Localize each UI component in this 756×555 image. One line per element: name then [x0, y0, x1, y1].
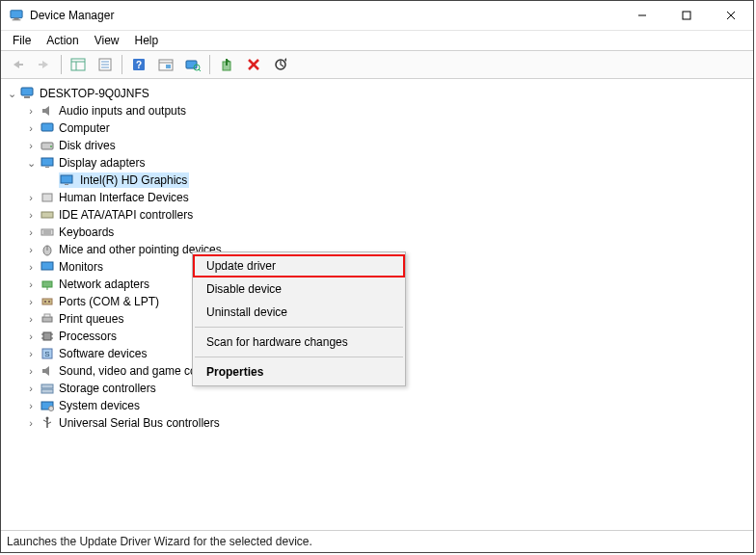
keyboard-icon: [40, 225, 55, 240]
chevron-right-icon[interactable]: ›: [24, 347, 38, 360]
tree-item[interactable]: › System devices: [24, 397, 749, 414]
svg-rect-40: [41, 229, 53, 235]
svg-rect-46: [42, 281, 52, 287]
svg-rect-1: [14, 18, 18, 20]
chevron-right-icon[interactable]: ›: [24, 382, 38, 395]
system-icon: [40, 398, 55, 413]
disk-icon: [40, 138, 55, 153]
scan-hardware-icon[interactable]: [180, 53, 205, 76]
chevron-right-icon[interactable]: ›: [24, 208, 38, 222]
mouse-icon: [40, 242, 55, 257]
chevron-right-icon[interactable]: ›: [24, 243, 38, 256]
tree-item[interactable]: › Audio inputs and outputs: [24, 102, 749, 119]
svg-rect-52: [44, 314, 50, 317]
tree-item[interactable]: › IDE ATA/ATAPI controllers: [24, 206, 749, 224]
ctx-update-driver[interactable]: Update driver: [193, 254, 405, 278]
chevron-right-icon[interactable]: ›: [24, 104, 38, 118]
audio-icon: [40, 103, 55, 119]
uninstall-device-icon[interactable]: [241, 53, 266, 76]
menu-help[interactable]: Help: [127, 32, 167, 49]
svg-text:S: S: [44, 350, 49, 358]
tree-item-display-adapters[interactable]: ⌄ Display adapters: [24, 154, 749, 172]
ctx-separator: [195, 327, 403, 328]
menubar: File Action View Help: [1, 31, 753, 50]
audio-icon: [40, 363, 55, 379]
toolbar-separator: [122, 55, 122, 74]
scan-changes-icon[interactable]: [268, 53, 293, 76]
svg-rect-48: [42, 299, 52, 304]
back-icon: [5, 53, 30, 76]
toolbar-separator: [209, 55, 210, 74]
window-title: Device Manager: [30, 9, 620, 22]
menu-view[interactable]: View: [87, 32, 127, 49]
maximize-button[interactable]: [664, 1, 709, 30]
svg-rect-61: [41, 389, 53, 393]
chevron-right-icon[interactable]: ›: [24, 278, 38, 291]
svg-rect-37: [65, 184, 68, 185]
menu-file[interactable]: File: [5, 32, 39, 49]
tree-item[interactable]: › Human Interface Devices: [24, 189, 749, 206]
menu-action[interactable]: Action: [39, 32, 86, 49]
svg-point-50: [48, 301, 50, 303]
svg-point-33: [50, 145, 52, 147]
chevron-right-icon[interactable]: ›: [24, 139, 38, 152]
chevron-down-icon[interactable]: ⌄: [5, 87, 18, 100]
svg-line-23: [199, 69, 201, 71]
svg-rect-30: [24, 96, 30, 98]
tree-item-intel-hd-graphics[interactable]: › Intel(R) HD Graphics: [43, 172, 749, 189]
svg-rect-53: [43, 332, 51, 340]
show-hidden-icon[interactable]: [153, 53, 178, 76]
svg-rect-38: [42, 194, 52, 201]
svg-rect-36: [61, 175, 72, 183]
chevron-down-icon[interactable]: ⌄: [24, 156, 38, 170]
chevron-right-icon[interactable]: ›: [24, 191, 38, 204]
tree-item[interactable]: › Computer: [24, 119, 749, 137]
update-driver-icon[interactable]: [214, 53, 239, 76]
tree-item[interactable]: › Universal Serial Bus controllers: [24, 414, 749, 432]
tree-item[interactable]: › Disk drives: [24, 137, 749, 154]
svg-rect-29: [21, 88, 33, 95]
chevron-right-icon[interactable]: ›: [24, 121, 38, 135]
storage-icon: [40, 381, 55, 396]
chevron-right-icon[interactable]: ›: [24, 330, 38, 343]
close-button[interactable]: [709, 1, 753, 30]
chevron-right-icon[interactable]: ›: [24, 364, 38, 378]
device-tree[interactable]: ⌄ DESKTOP-9Q0JNFS › Audio inputs and out…: [1, 79, 753, 530]
svg-rect-4: [683, 12, 690, 19]
forward-icon: [32, 53, 57, 76]
ctx-properties[interactable]: Properties: [193, 360, 405, 383]
ide-icon: [40, 207, 55, 223]
chevron-right-icon[interactable]: ›: [24, 260, 38, 274]
svg-rect-31: [41, 123, 53, 131]
svg-rect-45: [41, 262, 53, 270]
chevron-right-icon[interactable]: ›: [24, 225, 38, 239]
chevron-right-icon[interactable]: ›: [24, 312, 38, 326]
titlebar: Device Manager: [1, 1, 753, 31]
tree-item[interactable]: › Keyboards: [24, 224, 749, 241]
minimize-button[interactable]: [620, 1, 664, 30]
svg-rect-0: [11, 11, 22, 18]
network-icon: [40, 277, 55, 292]
computer-icon: [40, 120, 55, 136]
svg-point-49: [44, 301, 46, 303]
help-icon[interactable]: ?: [126, 53, 151, 76]
port-icon: [40, 294, 55, 309]
cpu-icon: [40, 329, 55, 344]
context-menu: Update driver Disable device Uninstall d…: [192, 251, 406, 386]
usb-icon: [40, 415, 55, 431]
device-manager-window: Device Manager File Action View Help ? ⌄…: [0, 0, 754, 553]
chevron-right-icon[interactable]: ›: [24, 295, 38, 308]
ctx-uninstall-device[interactable]: Uninstall device: [193, 301, 405, 324]
properties-sheet-icon[interactable]: [93, 53, 118, 76]
status-bar: Launches the Update Driver Wizard for th…: [1, 530, 753, 552]
ctx-disable-device[interactable]: Disable device: [193, 278, 405, 301]
printer-icon: [40, 311, 55, 327]
tree-root[interactable]: ⌄ DESKTOP-9Q0JNFS: [5, 85, 749, 102]
chevron-right-icon[interactable]: ›: [24, 416, 38, 430]
chevron-right-icon[interactable]: ›: [24, 399, 38, 412]
toolbar-separator: [61, 55, 62, 74]
show-hide-console-tree-icon[interactable]: [66, 53, 91, 76]
display-icon: [40, 259, 55, 275]
ctx-scan-hardware[interactable]: Scan for hardware changes: [193, 330, 405, 354]
svg-rect-60: [41, 384, 53, 388]
